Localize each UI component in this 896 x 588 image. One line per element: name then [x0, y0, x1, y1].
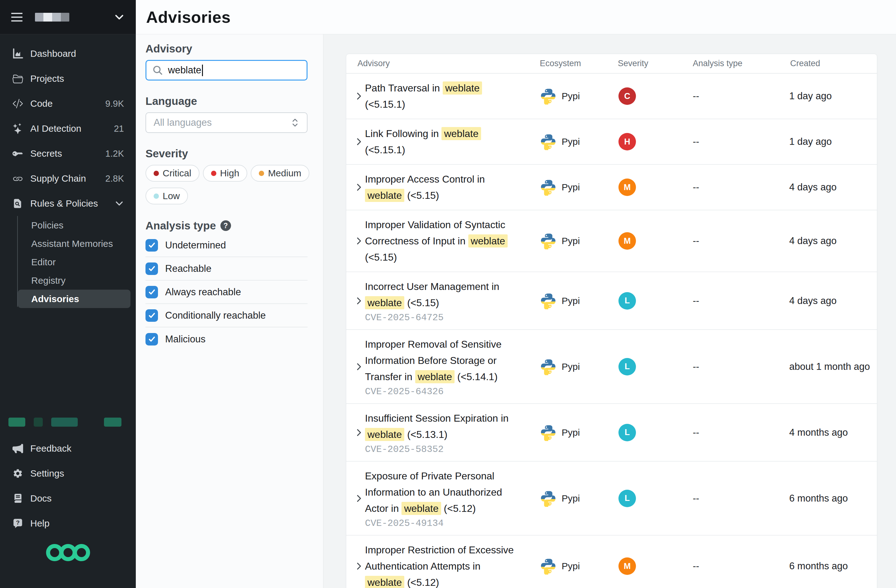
sidebar-item-settings[interactable]: Settings	[0, 461, 136, 486]
checkbox-checked-icon[interactable]	[145, 262, 158, 275]
checkbox-checked-icon[interactable]	[145, 286, 158, 299]
analysis-type-option[interactable]: Undetermined	[145, 234, 308, 257]
expand-row-chevron-icon[interactable]	[354, 362, 364, 372]
table-row[interactable]: Exposure of Private Personal Information…	[346, 462, 877, 536]
severity-chip[interactable]: Critical	[145, 165, 200, 182]
pypi-python-icon	[540, 88, 557, 105]
sidebar-item-ai-detection[interactable]: AI Detection 21	[0, 116, 136, 141]
pypi-python-icon	[540, 179, 557, 196]
redacted-trial-info	[8, 417, 136, 427]
language-select[interactable]: All languages	[145, 112, 308, 133]
checkbox-checked-icon[interactable]	[145, 239, 158, 251]
advisory-title: Improper Restriction of Excessive Authen…	[365, 542, 515, 588]
org-switcher-chevron-down-icon[interactable]	[114, 12, 125, 23]
analysis-type-value: --	[693, 295, 699, 306]
column-header-ecosystem: Ecosystem	[530, 59, 608, 69]
severity-badge: L	[619, 424, 636, 441]
sidebar-subitem-editor[interactable]: Editor	[18, 253, 131, 271]
rules-sublist: Policies Assistant Memories Editor Regis…	[0, 216, 136, 310]
hamburger-menu-icon[interactable]	[11, 13, 23, 21]
expand-row-chevron-icon[interactable]	[354, 562, 364, 571]
sidebar-bottom: Feedback Settings Docs ? Help	[0, 417, 136, 588]
severity-badge: C	[619, 87, 636, 105]
analysis-type-value: --	[693, 493, 699, 504]
sidebar-item-count: 9.9K	[105, 99, 124, 109]
advisory-title: Improper Removal of Sensitive Informatio…	[365, 336, 515, 385]
table-row[interactable]: Link Following in weblate (<5.15.1) Pypi…	[346, 119, 877, 165]
expand-row-chevron-icon[interactable]	[354, 236, 364, 245]
advisory-title: Incorrect User Management in weblate (<5…	[365, 279, 515, 311]
table-row[interactable]: Path Traversal in weblate (<5.15.1) Pypi…	[346, 74, 877, 119]
severity-chip-list: Critical High Medium Low	[145, 165, 320, 204]
sidebar-subitem-assistant-memories[interactable]: Assistant Memories	[18, 235, 131, 253]
analysis-type-option[interactable]: Always reachable	[145, 280, 308, 304]
analysis-type-value: --	[693, 90, 699, 101]
table-row[interactable]: Insufficient Session Expiration in webla…	[346, 404, 877, 462]
sidebar-item-secrets[interactable]: Secrets 1.2K	[0, 141, 136, 166]
pypi-python-icon	[540, 292, 557, 309]
ecosystem-cell: Pypi	[530, 558, 608, 574]
table-header: Advisory Ecosystem Severity Analysis typ…	[346, 54, 877, 74]
sidebar-item-count: 21	[114, 123, 124, 134]
filter-panel: Advisory weblate Language All languages	[136, 34, 323, 588]
ecosystem-label: Pypi	[562, 493, 580, 504]
ecosystem-cell: Pypi	[530, 88, 608, 105]
ecosystem-label: Pypi	[562, 136, 580, 147]
analysis-type-value: --	[693, 136, 699, 147]
expand-row-chevron-icon[interactable]	[354, 91, 364, 101]
table-row[interactable]: Improper Removal of Sensitive Informatio…	[346, 330, 877, 404]
advisory-search-input[interactable]: weblate	[145, 60, 308, 81]
analysis-type-label: Reachable	[165, 263, 211, 274]
content: Advisory weblate Language All languages	[136, 34, 896, 588]
severity-chip-label: Low	[163, 191, 180, 201]
sidebar-item-docs[interactable]: Docs	[0, 486, 136, 511]
dashboard-chart-icon	[12, 49, 23, 59]
key-icon	[12, 148, 23, 159]
language-select-value: All languages	[154, 117, 212, 128]
checkbox-checked-icon[interactable]	[145, 333, 158, 346]
table-row[interactable]: Improper Validation of Syntactic Correct…	[346, 210, 877, 272]
sidebar-subitem-advisories[interactable]: Advisories	[18, 289, 131, 308]
advisory-title: Link Following in weblate (<5.15.1)	[365, 125, 515, 158]
rules-expand-chevron-down-icon[interactable]	[114, 199, 124, 208]
table-row[interactable]: Improper Restriction of Excessive Authen…	[346, 536, 877, 588]
expand-row-chevron-icon[interactable]	[354, 428, 364, 437]
expand-row-chevron-icon[interactable]	[354, 137, 364, 146]
sidebar-subitem-registry[interactable]: Registry	[18, 271, 131, 289]
severity-chip[interactable]: High	[203, 165, 248, 182]
analysis-type-option[interactable]: Conditionally reachable	[145, 304, 308, 328]
expand-row-chevron-icon[interactable]	[354, 296, 364, 306]
table-row[interactable]: Incorrect User Management in weblate (<5…	[346, 272, 877, 330]
sidebar-item-code[interactable]: Code 9.9K	[0, 91, 136, 116]
search-highlight: weblate	[365, 428, 404, 441]
expand-row-chevron-icon[interactable]	[354, 494, 364, 503]
analysis-type-label: Always reachable	[165, 286, 241, 298]
table-row[interactable]: Improper Access Control in weblate (<5.1…	[346, 165, 877, 210]
cve-id: CVE-2025-64326	[365, 386, 530, 397]
search-highlight: weblate	[365, 189, 404, 202]
sidebar-item-projects[interactable]: Projects	[0, 66, 136, 91]
checkbox-checked-icon[interactable]	[145, 309, 158, 322]
sidebar-item-supply-chain[interactable]: Supply Chain 2.8K	[0, 166, 136, 191]
severity-chip[interactable]: Medium	[251, 165, 309, 182]
sidebar-item-help[interactable]: ? Help	[0, 511, 136, 536]
sidebar-item-rules-policies[interactable]: Rules & Policies	[0, 191, 136, 216]
pypi-python-icon	[540, 133, 557, 150]
analysis-type-option[interactable]: Malicious	[145, 328, 308, 351]
analysis-type-label: Undetermined	[165, 240, 226, 251]
search-highlight: weblate	[365, 296, 404, 309]
analysis-type-option[interactable]: Reachable	[145, 257, 308, 280]
book-icon	[12, 493, 23, 504]
created-value: 6 months ago	[789, 561, 848, 571]
ecosystem-label: Pypi	[562, 296, 580, 306]
sidebar-item-feedback[interactable]: Feedback	[0, 436, 136, 461]
sidebar-item-dashboard[interactable]: Dashboard	[0, 41, 136, 66]
severity-chip[interactable]: Low	[145, 187, 188, 204]
severity-badge: M	[619, 232, 636, 250]
sidebar-subitem-policies[interactable]: Policies	[18, 216, 131, 235]
ecosystem-cell: Pypi	[530, 490, 608, 507]
ecosystem-label: Pypi	[562, 182, 580, 193]
help-icon[interactable]: ?	[220, 220, 231, 231]
column-header-analysis-type: Analysis type	[683, 59, 781, 69]
expand-row-chevron-icon[interactable]	[354, 183, 364, 192]
